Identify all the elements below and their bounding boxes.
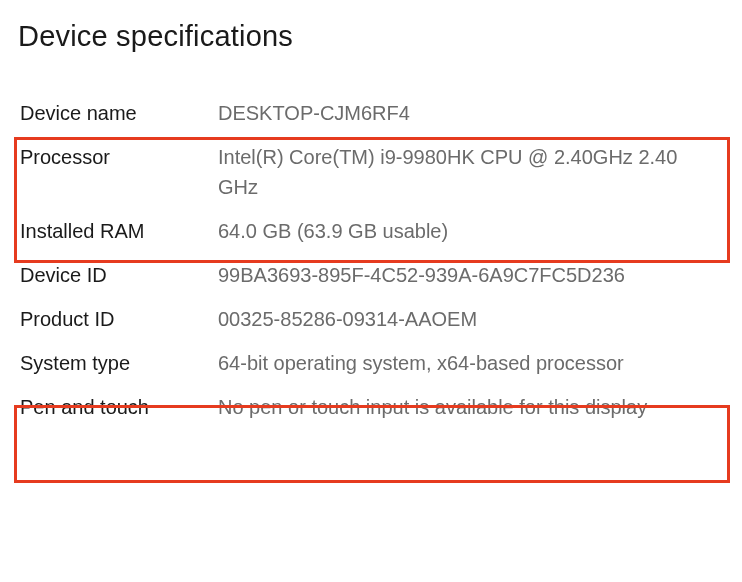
spec-label: Processor (20, 142, 218, 172)
spec-label: Device name (20, 98, 218, 128)
device-specs: Device name DESKTOP-CJM6RF4 Processor In… (18, 91, 724, 429)
spec-row-device-id: Device ID 99BA3693-895F-4C52-939A-6A9C7F… (18, 253, 724, 297)
spec-row-pen-touch: Pen and touch No pen or touch input is a… (18, 385, 724, 429)
spec-value: No pen or touch input is available for t… (218, 392, 722, 422)
spec-value: 99BA3693-895F-4C52-939A-6A9C7FC5D236 (218, 260, 722, 290)
spec-label: Pen and touch (20, 392, 218, 422)
spec-value: 64-bit operating system, x64-based proce… (218, 348, 722, 378)
spec-label: Product ID (20, 304, 218, 334)
spec-value: 00325-85286-09314-AAOEM (218, 304, 722, 334)
section-title: Device specifications (18, 20, 724, 53)
spec-value: Intel(R) Core(TM) i9-9980HK CPU @ 2.40GH… (218, 142, 722, 202)
spec-value: DESKTOP-CJM6RF4 (218, 98, 722, 128)
spec-label: Device ID (20, 260, 218, 290)
spec-label: Installed RAM (20, 216, 218, 246)
spec-row-system-type: System type 64-bit operating system, x64… (18, 341, 724, 385)
spec-row-device-name: Device name DESKTOP-CJM6RF4 (18, 91, 724, 135)
spec-label: System type (20, 348, 218, 378)
spec-row-processor: Processor Intel(R) Core(TM) i9-9980HK CP… (18, 135, 724, 209)
spec-row-product-id: Product ID 00325-85286-09314-AAOEM (18, 297, 724, 341)
spec-value: 64.0 GB (63.9 GB usable) (218, 216, 722, 246)
spec-row-installed-ram: Installed RAM 64.0 GB (63.9 GB usable) (18, 209, 724, 253)
